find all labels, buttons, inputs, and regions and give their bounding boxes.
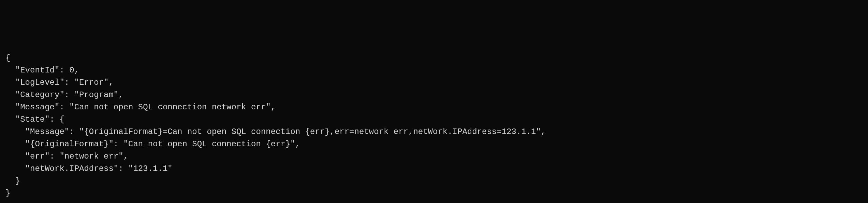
json-line-original-format: "{OriginalFormat}": "Can not open SQL co… <box>5 138 863 150</box>
json-output-block: { "EventId": 0, "LogLevel": "Error", "Ca… <box>5 52 863 200</box>
json-line-network-ipaddress: "netWork.IPAddress": "123.1.1" <box>5 163 863 175</box>
json-line-state-message: "Message": "{OriginalFormat}=Can not ope… <box>5 126 863 138</box>
json-line-loglevel: "LogLevel": "Error", <box>5 77 863 89</box>
json-line-state-close: } <box>5 175 863 187</box>
json-line-err: "err": "network err", <box>5 150 863 163</box>
json-line-category: "Category": "Program", <box>5 89 863 101</box>
json-line-eventid: "EventId": 0, <box>5 64 863 77</box>
json-line-message: "Message": "Can not open SQL connection … <box>5 101 863 113</box>
json-line-open-brace: { <box>5 52 863 64</box>
json-line-close-brace: } <box>5 187 863 200</box>
json-line-state-open: "State": { <box>5 113 863 126</box>
